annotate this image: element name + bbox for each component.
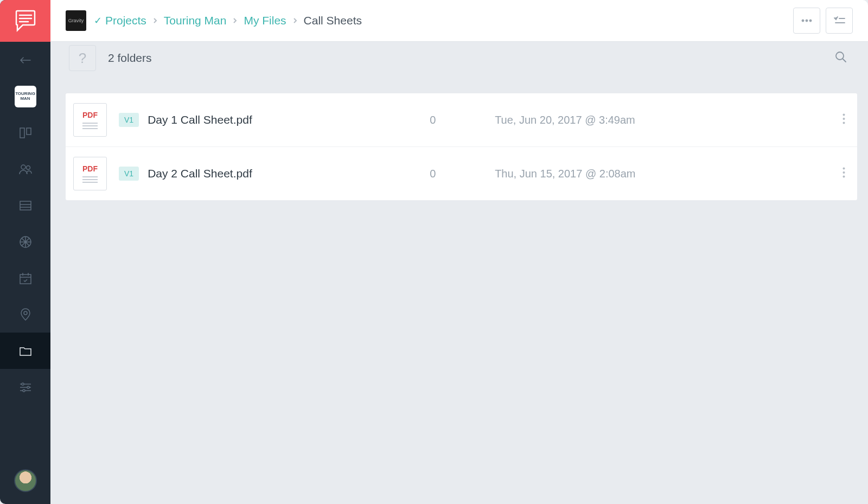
file-count: 0 <box>430 168 495 180</box>
app-logo[interactable] <box>0 0 50 42</box>
doc-lines-icon <box>82 123 98 129</box>
subbar: ? 2 folders <box>50 42 868 74</box>
chat-icon <box>13 10 38 33</box>
file-row[interactable]: PDF V1 Day 1 Call Sheet.pdf 0 Tue, Jun 2… <box>66 93 857 147</box>
file-date: Thu, Jun 15, 2017 @ 2:08am <box>495 168 846 180</box>
svg-point-19 <box>843 171 845 174</box>
file-row[interactable]: PDF V1 Day 2 Call Sheet.pdf 0 Thu, Jun 1… <box>66 147 857 200</box>
folder-icon <box>18 344 33 358</box>
chevron-right-icon <box>152 17 158 24</box>
topbar: Gravity ✓ Projects Touring Man My Files … <box>50 0 868 42</box>
pdf-icon: PDF <box>73 103 107 137</box>
folder-count: 2 folders <box>108 52 152 65</box>
svg-point-15 <box>843 114 845 116</box>
nav-settings[interactable] <box>0 369 50 405</box>
svg-point-8 <box>22 383 24 385</box>
checklist-icon <box>833 16 845 25</box>
svg-point-3 <box>26 165 30 169</box>
main-content: Gravity ✓ Projects Touring Man My Files … <box>50 0 868 504</box>
columns-icon <box>18 126 33 140</box>
sidebar-nav: TOURING MAN <box>0 42 50 405</box>
project-icon: TOURING MAN <box>15 86 36 107</box>
file-count: 0 <box>430 114 495 126</box>
file-type-label: PDF <box>82 164 98 173</box>
nav-back[interactable] <box>0 42 50 78</box>
sidebar: TOURING MAN <box>0 0 50 504</box>
svg-point-11 <box>802 20 804 22</box>
pdf-icon: PDF <box>73 157 107 190</box>
doc-lines-icon <box>82 176 98 183</box>
kebab-icon <box>843 167 845 178</box>
svg-point-2 <box>21 165 25 169</box>
version-badge: V1 <box>119 167 139 181</box>
sliders-icon <box>18 380 33 394</box>
nav-shots[interactable] <box>0 224 50 260</box>
help-button[interactable]: ? <box>69 45 96 71</box>
crumb-projects[interactable]: Projects <box>105 14 146 27</box>
calendar-icon <box>18 271 33 285</box>
version-badge: V1 <box>119 113 139 127</box>
kebab-icon <box>843 113 845 124</box>
location-icon <box>18 308 33 322</box>
file-list: PDF V1 Day 1 Call Sheet.pdf 0 Tue, Jun 2… <box>66 93 857 200</box>
crumb-touring-man[interactable]: Touring Man <box>164 14 227 27</box>
nav-project[interactable]: TOURING MAN <box>0 78 50 114</box>
nav-calendar[interactable] <box>0 260 50 296</box>
file-menu-button[interactable] <box>838 109 850 131</box>
crumb-current: Call Sheets <box>304 14 362 27</box>
svg-point-12 <box>806 20 808 22</box>
file-date: Tue, Jun 20, 2017 @ 3:49am <box>495 114 846 126</box>
user-avatar[interactable] <box>14 469 37 492</box>
svg-point-16 <box>843 118 845 120</box>
dots-icon <box>801 19 812 22</box>
nav-list[interactable] <box>0 187 50 224</box>
aperture-icon <box>18 235 33 249</box>
nav-boards[interactable] <box>0 114 50 151</box>
nav-people[interactable] <box>0 151 50 187</box>
breadcrumb: ✓ Projects Touring Man My Files Call She… <box>94 14 362 27</box>
svg-point-9 <box>27 386 29 388</box>
svg-rect-1 <box>27 128 31 135</box>
nav-locations[interactable] <box>0 296 50 333</box>
people-icon <box>18 162 33 176</box>
search-button[interactable] <box>834 50 847 66</box>
svg-point-18 <box>843 168 845 170</box>
project-thumbnail[interactable]: Gravity <box>66 10 86 31</box>
file-name: Day 2 Call Sheet.pdf <box>148 167 430 180</box>
crumb-my-files[interactable]: My Files <box>244 14 286 27</box>
list-icon <box>18 199 33 213</box>
more-button[interactable] <box>793 8 820 34</box>
file-menu-button[interactable] <box>838 163 850 184</box>
chevron-right-icon <box>232 17 238 24</box>
file-name: Day 1 Call Sheet.pdf <box>148 113 430 126</box>
svg-rect-0 <box>20 128 24 138</box>
svg-rect-4 <box>20 201 31 210</box>
svg-point-13 <box>809 20 812 22</box>
svg-point-10 <box>23 390 25 392</box>
chevron-right-icon <box>292 17 298 24</box>
check-icon: ✓ <box>94 15 102 27</box>
search-icon <box>834 50 847 63</box>
file-type-label: PDF <box>82 111 98 119</box>
svg-rect-6 <box>20 275 31 284</box>
arrow-left-icon <box>18 53 33 67</box>
svg-point-7 <box>24 311 27 315</box>
nav-files[interactable] <box>0 333 50 369</box>
tasks-button[interactable] <box>826 8 853 34</box>
svg-point-20 <box>843 176 845 178</box>
topbar-actions <box>793 8 853 34</box>
svg-point-17 <box>843 122 845 124</box>
